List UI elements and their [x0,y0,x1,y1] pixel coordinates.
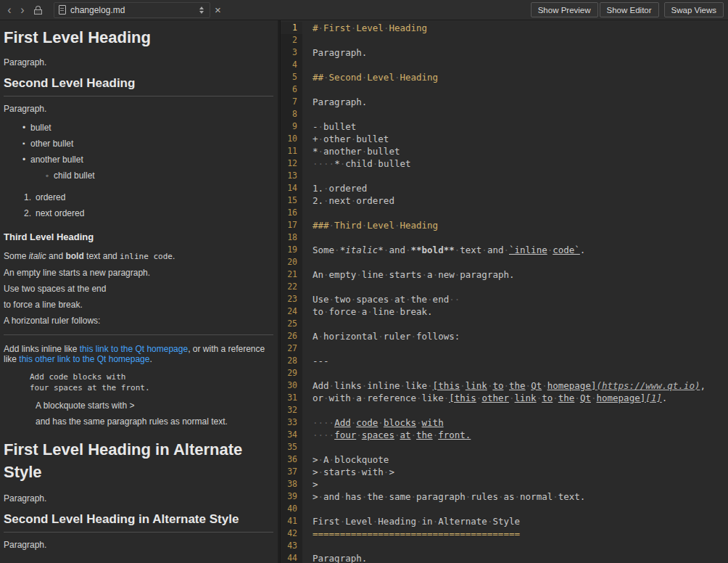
editor-line[interactable]: 35 [281,441,728,453]
whitespace-dot: · [449,293,455,305]
line-content [302,281,728,293]
line-number: 14 [281,182,302,194]
editor-line[interactable]: 31or·with·a·reference·like·[this·other·l… [281,392,728,404]
editor-line[interactable]: 29 [281,367,728,379]
whitespace-dot: · [537,392,542,404]
editor-line[interactable]: 17###·Third·Level·Heading [281,219,728,231]
qt-homepage-reference-link[interactable]: this other link to the Qt homepage [19,354,149,364]
editor-line[interactable]: 30Add·links·inline·like·[this·link·to·th… [281,379,728,392]
line-content: >·and·has·the·same·paragraph·rules·as·no… [302,490,728,503]
editor-line[interactable]: 13 [281,170,728,182]
editor-line[interactable]: 32 [281,404,728,416]
preview-h3: Third Level Heading [4,231,273,242]
code-segment: > [313,479,318,490]
editor-line[interactable]: 10+·other·bullet [281,133,728,145]
open-document-selector[interactable]: changelog.md [54,2,210,18]
whitespace-dot: · [373,515,379,527]
whitespace-dot: · [553,490,558,503]
code-segment: ·and· [384,244,411,255]
back-icon[interactable]: ‹ [3,4,16,16]
line-number: 21 [281,268,302,281]
editor-line[interactable]: 8 [281,108,728,120]
editor-line[interactable]: 3Paragraph. [281,46,728,59]
line-number: 18 [281,231,302,244]
editor-line[interactable]: 27 [281,342,728,355]
whitespace-dot: · [362,71,368,83]
text: Some [4,251,29,261]
line-number: 28 [281,355,302,367]
editor-line[interactable]: 37>·starts·with·> [281,466,728,478]
editor-line[interactable]: 4 [281,59,728,71]
whitespace-dot: · [394,305,400,318]
lock-icon[interactable] [33,5,44,15]
line-content [302,83,728,96]
editor-line[interactable]: 23Use·two·spaces·at·the·end·· [281,293,728,305]
whitespace-dot: · [515,490,521,503]
line-number: 38 [281,478,302,490]
whitespace-dot: · [384,22,389,34]
whitespace-dot: · [433,515,439,527]
editor-line[interactable]: 44Paragraph. [281,552,728,563]
editor-line[interactable]: 43 [281,540,728,552]
code-segment: >·and·has·the·same·paragraph·rules·as·no… [313,491,585,502]
line-number: 35 [281,441,302,453]
editor-line[interactable]: 33····Add·code·blocks·with [281,416,728,429]
line-content: ====================================== [302,527,728,540]
swap-views-button[interactable]: Swap Views [664,2,724,17]
editor-line[interactable]: 6 [281,83,728,96]
editor-line[interactable]: 152.·next·ordered [281,194,728,207]
editor-line[interactable]: 40 [281,503,728,515]
updown-arrows-icon[interactable] [198,7,205,14]
line-number: 26 [281,330,302,342]
line-number: 16 [281,207,302,219]
line-number: 40 [281,503,302,515]
editor-line[interactable]: 2 [281,34,728,46]
code-segment: . [580,244,586,255]
editor-line[interactable]: 141.·ordered [281,182,728,194]
whitespace-dot: · [384,268,389,281]
line-number: 10 [281,133,302,145]
editor-line[interactable]: 41First·Level·Heading·in·Alternate·Style [281,515,728,527]
line-number: 4 [281,59,302,71]
editor-line[interactable]: 9-·bullet [281,120,728,133]
forward-icon[interactable]: › [16,4,29,16]
editor-line[interactable]: 18 [281,231,728,244]
editor-line[interactable]: 22 [281,281,728,293]
editor-line[interactable]: 25 [281,318,728,330]
editor-line[interactable]: 11*·another·bullet [281,145,728,157]
editor-line[interactable]: 21An·empty·line·starts·a·new·paragraph. [281,268,728,281]
editor-line[interactable]: 26A·horizontal·ruler·follows: [281,330,728,342]
editor-line[interactable]: 36>·A·blockquote [281,453,728,466]
line-content [302,503,728,515]
line-content: First·Level·Heading·in·Alternate·Style [302,515,728,527]
line-content: ##·Second·Level·Heading [302,71,728,83]
show-preview-button[interactable]: Show Preview [531,2,598,17]
editor-line[interactable]: 24to·force·a·line·break. [281,305,728,318]
whitespace-dot: · [351,22,357,34]
editor-line[interactable]: 19Some·*italic*·and·**bold**·text·and·`i… [281,244,728,256]
code-segment: Paragraph. [313,96,367,107]
line-number: 5 [281,71,302,83]
editor-line[interactable]: 16 [281,207,728,219]
code-line: Add code blocks with [30,371,273,382]
close-document-icon[interactable]: × [215,4,221,16]
editor-line[interactable]: 12····*·child·bullet [281,157,728,170]
editor-line[interactable]: 7Paragraph. [281,96,728,108]
markdown-preview-pane[interactable]: First Level Heading Paragraph. Second Le… [0,20,278,563]
editor-line[interactable]: 20 [281,256,728,268]
editor-line[interactable]: 34····four·spaces·at·the·front. [281,429,728,441]
line-content [302,342,728,355]
editor-line[interactable]: 39>·and·has·the·same·paragraph·rules·as·… [281,490,728,503]
show-editor-button[interactable]: Show Editor [600,2,659,17]
preview-paragraph: to force a line break. [4,300,273,310]
editor-line[interactable]: 42====================================== [281,527,728,540]
qt-homepage-link[interactable]: this link to the Qt homepage [80,344,188,354]
line-content [302,231,728,244]
whitespace-dot: · [378,330,384,342]
editor-line[interactable]: 38> [281,478,728,490]
markdown-editor-pane[interactable]: 1#·First·Level·Heading23Paragraph.45##·S… [281,20,728,563]
editor-line[interactable]: 5##·Second·Level·Heading [281,71,728,83]
text: Add links inline like [4,344,80,354]
editor-line[interactable]: 1#·First·Level·Heading [281,22,728,34]
editor-line[interactable]: 28--- [281,355,728,367]
